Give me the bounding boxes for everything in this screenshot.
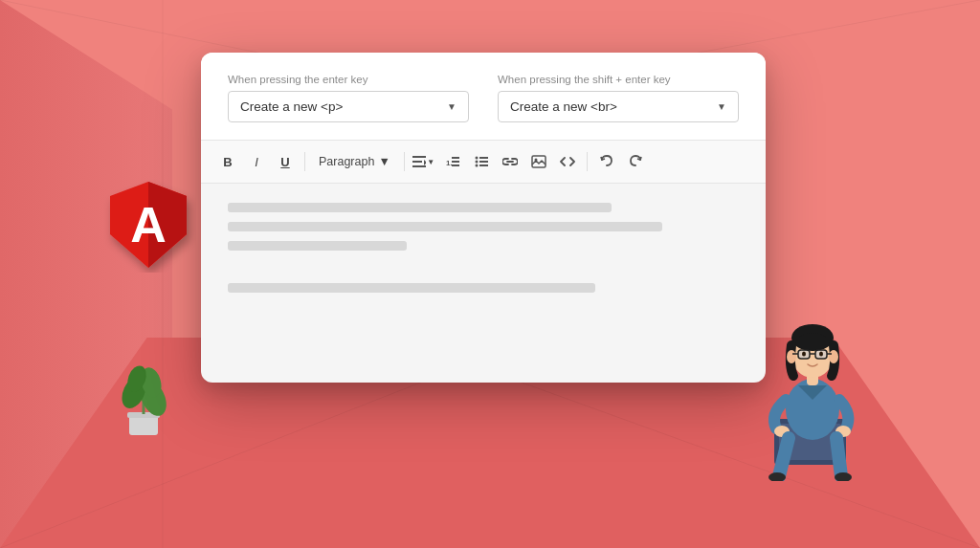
bold-button[interactable]: B <box>214 148 241 175</box>
undo-icon <box>600 155 613 168</box>
ordered-list-icon: 1. <box>446 156 459 167</box>
svg-point-41 <box>829 350 838 363</box>
redo-button[interactable] <box>622 148 649 175</box>
toolbar-divider-1 <box>304 152 305 171</box>
ordered-list-button[interactable]: 1. <box>439 148 466 175</box>
code-icon <box>560 155 575 168</box>
svg-marker-18 <box>424 160 426 165</box>
unordered-list-button[interactable] <box>468 148 495 175</box>
editor-card: When pressing the enter key Create a new… <box>201 53 766 383</box>
svg-point-40 <box>787 350 796 363</box>
link-button[interactable] <box>497 148 523 175</box>
align-icon <box>412 156 426 167</box>
image-button[interactable] <box>525 148 552 175</box>
editor-toolbar: B I U Paragraph ▼ ▼ 1. <box>201 141 766 184</box>
undo-button[interactable] <box>593 148 620 175</box>
underline-button[interactable]: U <box>272 148 299 175</box>
paragraph-label: Paragraph <box>319 155 374 168</box>
text-line-4 <box>228 283 595 293</box>
link-icon <box>502 155 518 168</box>
svg-text:A: A <box>130 197 167 252</box>
align-button[interactable]: ▼ <box>411 148 437 175</box>
enter-key-dropdown[interactable]: Create a new <p> ▼ <box>228 91 469 122</box>
editor-content[interactable] <box>201 184 766 321</box>
shift-enter-key-value: Create a new <br> <box>510 99 617 114</box>
svg-rect-21 <box>452 161 459 163</box>
svg-point-23 <box>475 157 478 160</box>
plant-decoration <box>120 362 167 438</box>
image-icon <box>531 155 546 168</box>
toolbar-divider-2 <box>404 152 405 171</box>
svg-point-48 <box>819 352 823 357</box>
text-line-2 <box>228 222 662 231</box>
angular-logo: A <box>100 177 196 273</box>
enter-key-label: When pressing the enter key <box>228 74 469 85</box>
svg-rect-20 <box>452 157 459 159</box>
svg-rect-26 <box>479 157 488 159</box>
svg-point-25 <box>475 164 478 167</box>
svg-rect-22 <box>452 164 459 166</box>
svg-point-47 <box>802 352 806 357</box>
shift-enter-key-arrow-icon: ▼ <box>717 101 726 112</box>
shift-enter-key-label: When pressing the shift + enter key <box>498 74 739 85</box>
shift-enter-key-dropdown[interactable]: Create a new <br> ▼ <box>498 91 739 122</box>
paragraph-dropdown[interactable]: Paragraph ▼ <box>311 151 398 172</box>
svg-point-24 <box>475 161 478 164</box>
toolbar-divider-3 <box>587 152 588 171</box>
enter-key-dropdown-group: When pressing the enter key Create a new… <box>228 74 469 122</box>
room-background: A When pressing the enter key Create a n… <box>0 0 980 548</box>
text-line-3 <box>228 241 407 251</box>
svg-rect-28 <box>479 164 488 166</box>
svg-rect-16 <box>412 161 422 163</box>
svg-rect-17 <box>412 165 426 167</box>
svg-rect-15 <box>412 156 426 158</box>
text-line-1 <box>228 203 612 212</box>
unordered-list-icon <box>475 156 488 167</box>
character-figure <box>746 290 880 481</box>
svg-rect-27 <box>479 161 488 163</box>
enter-key-arrow-icon: ▼ <box>447 101 457 112</box>
redo-icon <box>629 155 642 168</box>
enter-key-value: Create a new <p> <box>240 99 343 114</box>
shift-enter-key-dropdown-group: When pressing the shift + enter key Crea… <box>498 74 739 122</box>
italic-button[interactable]: I <box>243 148 270 175</box>
align-dropdown-arrow: ▼ <box>427 158 434 166</box>
card-top-section: When pressing the enter key Create a new… <box>201 53 766 141</box>
code-button[interactable] <box>554 148 581 175</box>
svg-text:1.: 1. <box>446 159 453 167</box>
paragraph-arrow-icon: ▼ <box>378 155 390 168</box>
